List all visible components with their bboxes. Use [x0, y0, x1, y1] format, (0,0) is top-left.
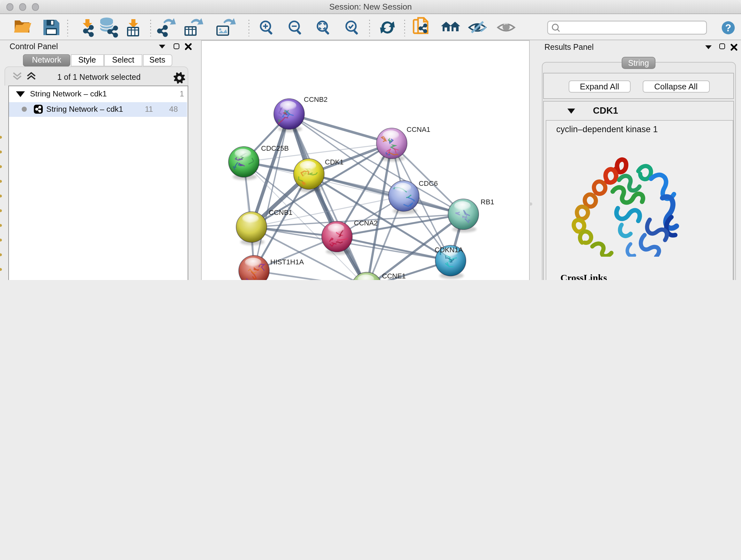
svg-text:CCNB2: CCNB2 [304, 95, 328, 103]
svg-text:CDKN1A: CDKN1A [434, 246, 463, 253]
svg-text:HIST1H1A: HIST1H1A [270, 258, 304, 266]
svg-text:CCNB1: CCNB1 [269, 208, 293, 216]
svg-text:CDC25B: CDC25B [261, 144, 289, 152]
svg-text:CCNE1: CCNE1 [382, 272, 406, 280]
svg-text:CCNA1: CCNA1 [407, 125, 430, 133]
svg-text:?: ? [725, 22, 731, 33]
svg-text:CCNA2: CCNA2 [354, 219, 378, 227]
svg-text:RB1: RB1 [481, 198, 494, 206]
svg-text:CDC6: CDC6 [419, 179, 438, 187]
svg-text:CDK1: CDK1 [325, 158, 344, 166]
